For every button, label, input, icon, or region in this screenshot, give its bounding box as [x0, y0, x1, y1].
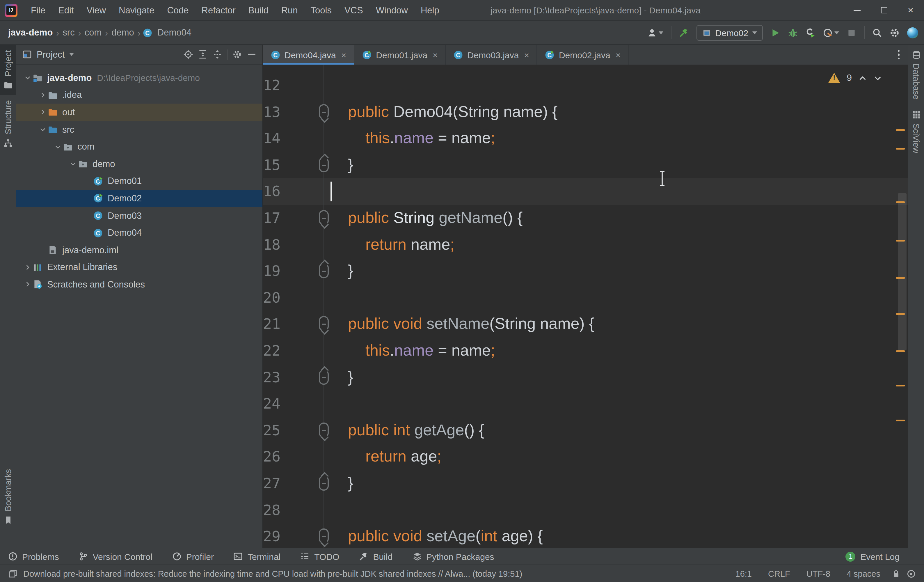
- chevron-down-icon[interactable]: [52, 142, 63, 151]
- code-line-20[interactable]: 20: [263, 284, 908, 311]
- stripe-button-database[interactable]: Database: [908, 45, 924, 105]
- breadcrumb-item-demo04[interactable]: Demo04: [155, 27, 194, 38]
- lock-icon[interactable]: [891, 569, 901, 578]
- warning-stripe-mark[interactable]: [896, 385, 905, 387]
- breadcrumb-item-src[interactable]: src: [60, 27, 77, 38]
- code-line-21[interactable]: 21 public void setName(String name) {: [263, 311, 908, 337]
- code-editor[interactable]: 1213 public Demo04(String name) {14 this…: [263, 64, 908, 548]
- stripe-button-bookmarks[interactable]: Bookmarks: [0, 464, 16, 530]
- line-number[interactable]: 22: [263, 337, 280, 364]
- tool-button-profiler[interactable]: Profiler: [172, 551, 214, 561]
- tool-button-version-control[interactable]: Version Control: [79, 551, 152, 561]
- code-line-24[interactable]: 24: [263, 390, 908, 417]
- tab-demo02-java[interactable]: CDemo02.java×: [537, 45, 629, 64]
- tab-close-icon[interactable]: ×: [432, 50, 438, 60]
- line-number[interactable]: 19: [263, 258, 280, 284]
- scrollbar-thumb[interactable]: [898, 193, 907, 351]
- code-line-18[interactable]: 18 return name;: [263, 231, 908, 258]
- line-number[interactable]: 20: [263, 284, 280, 311]
- warning-stripe-mark[interactable]: [896, 277, 905, 279]
- code-line-28[interactable]: 28: [263, 497, 908, 523]
- fold-marker-icon[interactable]: [319, 210, 329, 225]
- menu-refactor[interactable]: Refactor: [195, 0, 242, 21]
- status-message[interactable]: Download pre-built shared indexes: Reduc…: [23, 569, 724, 578]
- user-profile-button[interactable]: [647, 28, 663, 38]
- line-number[interactable]: 26: [263, 444, 280, 470]
- project-panel-title[interactable]: Project: [37, 49, 65, 60]
- menu-window[interactable]: Window: [370, 0, 414, 21]
- tree-item--idea[interactable]: .idea: [16, 86, 262, 104]
- ide-plugin-icon[interactable]: [907, 27, 918, 38]
- inspections-profile-icon[interactable]: [907, 569, 916, 578]
- fold-marker-icon[interactable]: [319, 529, 329, 544]
- search-everywhere-button[interactable]: [872, 28, 882, 38]
- inspections-widget[interactable]: ! 9: [828, 73, 882, 83]
- chevron-down-icon[interactable]: [69, 53, 74, 56]
- stripe-button-sciview[interactable]: SciView: [908, 105, 924, 159]
- tab-demo01-java[interactable]: CDemo01.java×: [354, 45, 446, 64]
- menu-build[interactable]: Build: [242, 0, 275, 21]
- tool-button-event-log[interactable]: 1Event Log: [846, 551, 899, 561]
- tree-item-demo04[interactable]: CDemo04: [16, 224, 262, 241]
- menu-code[interactable]: Code: [161, 0, 195, 21]
- line-number[interactable]: 24: [263, 390, 280, 417]
- editor-scrollbar[interactable]: [895, 64, 908, 548]
- line-separator[interactable]: CRLF: [763, 569, 795, 578]
- gear-icon[interactable]: [232, 50, 242, 60]
- menu-tools[interactable]: Tools: [304, 0, 338, 21]
- debug-button[interactable]: [788, 28, 798, 38]
- tab-demo04-java[interactable]: CDemo04.java×: [263, 45, 354, 64]
- line-number[interactable]: 27: [263, 470, 280, 497]
- warning-stripe-mark[interactable]: [896, 420, 905, 422]
- tree-item-java-demo-iml[interactable]: java-demo.iml: [16, 241, 262, 259]
- chevron-right-icon[interactable]: [37, 91, 48, 100]
- tree-item-out[interactable]: out: [16, 104, 262, 121]
- hide-panel-icon[interactable]: [247, 50, 257, 60]
- menu-navigate[interactable]: Navigate: [112, 0, 161, 21]
- fold-marker-icon[interactable]: [319, 263, 329, 278]
- tab-demo03-java[interactable]: CDemo03.java×: [446, 45, 537, 64]
- run-configuration-select[interactable]: Demo02: [697, 25, 763, 40]
- code-line-17[interactable]: 17 public String getName() {: [263, 205, 908, 231]
- run-button[interactable]: [771, 28, 780, 38]
- chevron-down-icon[interactable]: [22, 73, 33, 83]
- build-project-button[interactable]: [679, 28, 689, 38]
- menu-edit[interactable]: Edit: [52, 0, 80, 21]
- tab-close-icon[interactable]: ×: [341, 50, 346, 60]
- fold-marker-icon[interactable]: [319, 316, 329, 331]
- collapse-all-icon[interactable]: [198, 50, 208, 60]
- line-number[interactable]: 29: [263, 523, 280, 548]
- tree-item-external-libraries[interactable]: External Libraries: [16, 259, 262, 276]
- breadcrumb-item-demo[interactable]: demo: [109, 27, 137, 38]
- tree-item-java-demo[interactable]: java-demoD:\IdeaProjects\java-demo: [16, 69, 262, 86]
- code-line-15[interactable]: 15 }: [263, 152, 908, 179]
- menu-run[interactable]: Run: [275, 0, 304, 21]
- tree-item-src[interactable]: src: [16, 121, 262, 138]
- fold-marker-icon[interactable]: [319, 157, 329, 172]
- menu-view[interactable]: View: [80, 0, 112, 21]
- code-line-13[interactable]: 13 public Demo04(String name) {: [263, 99, 908, 125]
- line-number[interactable]: 21: [263, 311, 280, 337]
- line-number[interactable]: 25: [263, 417, 280, 443]
- code-line-29[interactable]: 29 public void setAge(int age) {: [263, 523, 908, 548]
- tree-item-demo02[interactable]: CDemo02: [16, 190, 262, 207]
- fold-marker-icon[interactable]: [319, 369, 329, 384]
- indent-setting[interactable]: 4 spaces: [842, 569, 886, 578]
- tree-item-com[interactable]: com: [16, 138, 262, 155]
- menu-help[interactable]: Help: [414, 0, 446, 21]
- fold-marker-icon[interactable]: [319, 476, 329, 491]
- line-number[interactable]: 12: [263, 72, 280, 99]
- tab-options-icon[interactable]: [889, 45, 908, 64]
- line-number[interactable]: 28: [263, 497, 280, 523]
- code-line-22[interactable]: 22 this.name = name;: [263, 337, 908, 364]
- close-button[interactable]: ×: [897, 0, 924, 21]
- chevron-down-icon[interactable]: [68, 159, 78, 169]
- tool-windows-toggle-icon[interactable]: [8, 569, 17, 578]
- tab-close-icon[interactable]: ×: [524, 50, 529, 60]
- maximize-button[interactable]: [870, 0, 897, 21]
- settings-button[interactable]: [890, 28, 899, 38]
- code-line-14[interactable]: 14 this.name = name;: [263, 125, 908, 152]
- line-number[interactable]: 15: [263, 152, 280, 179]
- tool-button-problems[interactable]: Problems: [8, 551, 59, 561]
- code-line-27[interactable]: 27 }: [263, 470, 908, 497]
